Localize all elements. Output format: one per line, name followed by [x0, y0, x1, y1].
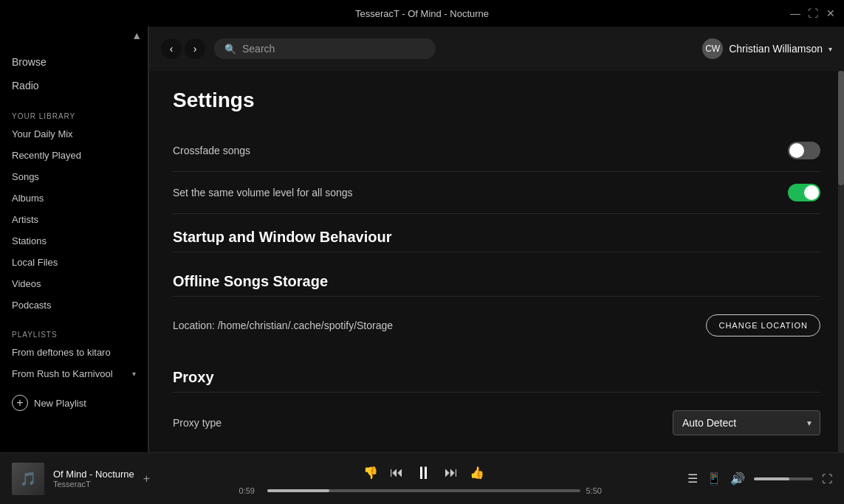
main-layout: ▲ Browse Radio YOUR LIBRARY Your Daily M… [0, 27, 844, 452]
dislike-button[interactable]: 👎 [363, 466, 378, 480]
storage-row: Location: /home/christian/.cache/spotify… [173, 303, 820, 348]
scrollbar-thumb [838, 71, 844, 185]
sidebar-item-browse[interactable]: Browse [0, 50, 148, 74]
window-controls: — ⛶ ✕ [789, 7, 837, 19]
playlists-label: PLAYLISTS [0, 322, 148, 342]
next-button[interactable]: ⏭ [445, 465, 458, 480]
proxy-type-row: Proxy type Auto Detect HTTP SOCKS5 None [173, 398, 820, 447]
settings-content: Settings Crossfade songs Set the same vo… [149, 71, 844, 452]
player-controls: 👎 ⏮ ⏸ ⏭ 👍 0:59 5:50 [168, 463, 679, 495]
volume-bar-fill [754, 477, 789, 480]
proxy-type-select[interactable]: Auto Detect HTTP SOCKS5 None [673, 410, 820, 435]
sidebar-item-songs[interactable]: Songs [0, 166, 148, 187]
scrollbar[interactable] [838, 71, 844, 452]
new-playlist-button[interactable]: + New Playlist [0, 387, 148, 418]
playlist-rush[interactable]: From Rush to Karnivool ▾ [0, 363, 148, 384]
nav-buttons: ‹ › [161, 38, 205, 59]
proxy-divider [173, 392, 820, 393]
add-to-playlist-button[interactable]: + [143, 472, 150, 486]
sidebar-item-local-files[interactable]: Local Files [0, 252, 148, 273]
storage-location-label: Location: /home/christian/.cache/spotify… [173, 320, 393, 331]
volume-button[interactable]: 🔊 [730, 472, 745, 486]
playlist-deftones[interactable]: From deftones to kitaro [0, 342, 148, 363]
album-art: 🎵 [12, 463, 44, 495]
minimize-button[interactable]: — [789, 7, 801, 19]
window-title: TesseracT - Of Mind - Nocturne [355, 8, 489, 19]
startup-divider [173, 252, 820, 252]
volume-toggle[interactable] [788, 184, 820, 201]
content-area: ‹ › 🔍 CW Christian Williamson ▾ [149, 27, 844, 452]
search-input[interactable] [242, 43, 425, 55]
player-right-controls: ☰ 📱 🔊 ⛶ [687, 472, 832, 486]
album-art-inner: 🎵 [12, 463, 44, 495]
track-name: Of Mind - Nocturne [53, 469, 134, 480]
artist-name: TesseracT [53, 480, 134, 489]
startup-section-title: Startup and Window Behaviour [173, 214, 820, 252]
your-library-label: YOUR LIBRARY [0, 103, 148, 123]
sidebar-item-videos[interactable]: Videos [0, 273, 148, 294]
sidebar-item-albums[interactable]: Albums [0, 187, 148, 209]
user-name: Christian Williamson [729, 43, 823, 55]
sidebar-item-artists[interactable]: Artists [0, 209, 148, 230]
back-button[interactable]: ‹ [161, 38, 182, 59]
fullscreen-button[interactable]: ⛶ [822, 473, 832, 485]
search-input-wrapper: 🔍 [214, 38, 436, 59]
player-progress: 0:59 5:50 [239, 486, 608, 495]
previous-button[interactable]: ⏮ [390, 465, 403, 480]
player-track-info: 🎵 Of Mind - Nocturne TesseracT + [12, 463, 159, 495]
player-track-text: Of Mind - Nocturne TesseracT [53, 469, 134, 489]
progress-bar-fill [267, 489, 330, 492]
volume-label: Set the same volume level for all songs [173, 187, 353, 199]
topbar: ‹ › 🔍 CW Christian Williamson ▾ [149, 27, 844, 71]
crossfade-row: Crossfade songs [173, 130, 820, 172]
plus-circle-icon: + [12, 395, 28, 411]
sidebar-scroll-top: ▲ [0, 27, 148, 44]
close-button[interactable]: ✕ [825, 7, 837, 19]
toggle-knob [789, 143, 804, 158]
current-time: 0:59 [239, 486, 261, 495]
proxy-select-wrapper: Auto Detect HTTP SOCKS5 None [673, 410, 820, 435]
search-bar: 🔍 [214, 38, 436, 59]
crossfade-toggle[interactable] [788, 142, 820, 159]
maximize-button[interactable]: ⛶ [807, 7, 819, 19]
total-time: 5:50 [586, 486, 608, 495]
sidebar-item-radio[interactable]: Radio [0, 74, 148, 97]
crossfade-label: Crossfade songs [173, 145, 250, 156]
sidebar-item-stations[interactable]: Stations [0, 230, 148, 252]
sidebar-item-daily-mix[interactable]: Your Daily Mix [0, 123, 148, 145]
player-bar: 🎵 Of Mind - Nocturne TesseracT + 👎 ⏮ ⏸ ⏭… [0, 452, 844, 504]
player-buttons: 👎 ⏮ ⏸ ⏭ 👍 [363, 463, 484, 483]
queue-button[interactable]: ☰ [687, 472, 698, 486]
sidebar: ▲ Browse Radio YOUR LIBRARY Your Daily M… [0, 27, 148, 452]
settings-title: Settings [173, 89, 820, 112]
user-profile[interactable]: CW Christian Williamson ▾ [702, 38, 832, 59]
change-location-button[interactable]: CHANGE LOCATION [706, 314, 820, 336]
volume-bar[interactable] [754, 477, 813, 480]
volume-row: Set the same volume level for all songs [173, 172, 820, 214]
like-button[interactable]: 👍 [470, 466, 484, 480]
search-icon: 🔍 [224, 44, 236, 55]
titlebar: TesseracT - Of Mind - Nocturne — ⛶ ✕ [0, 0, 844, 27]
offline-divider [173, 296, 820, 297]
offline-section-title: Offline Songs Storage [173, 258, 820, 296]
forward-button[interactable]: › [185, 38, 205, 59]
playlists-section: PLAYLISTS From deftones to kitaro From R… [0, 322, 148, 384]
chevron-down-icon: ▾ [828, 45, 832, 53]
pause-button[interactable]: ⏸ [415, 463, 433, 483]
sidebar-item-podcasts[interactable]: Podcasts [0, 294, 148, 316]
devices-button[interactable]: 📱 [707, 472, 721, 486]
scroll-up-button[interactable]: ▲ [131, 30, 142, 41]
sidebar-nav: Browse Radio [0, 44, 148, 103]
proxy-type-label: Proxy type [173, 417, 222, 429]
proxy-section-title: Proxy [173, 354, 820, 392]
proxy-section: Proxy Proxy type Auto Detect HTTP SOCKS5… [173, 354, 820, 447]
chevron-down-icon: ▾ [132, 370, 136, 378]
progress-bar[interactable] [267, 489, 580, 492]
sidebar-item-recently-played[interactable]: Recently Played [0, 145, 148, 166]
toggle-knob [804, 185, 819, 200]
avatar: CW [702, 38, 723, 59]
